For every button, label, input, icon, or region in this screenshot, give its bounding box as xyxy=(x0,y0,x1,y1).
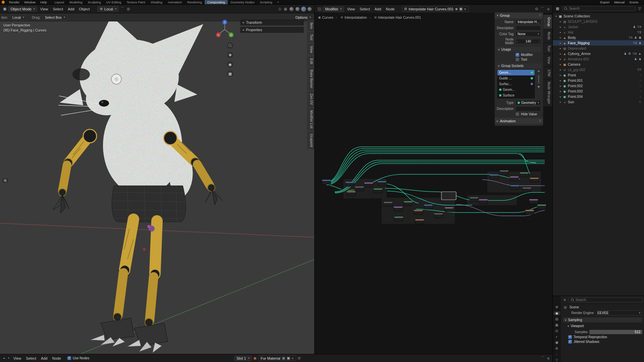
drag-mode-dropdown[interactable]: Select Box xyxy=(43,15,67,20)
graph-node-active[interactable] xyxy=(441,192,456,200)
expander-icon[interactable]: ▸ xyxy=(558,95,562,98)
viewport-menu-view[interactable]: View xyxy=(38,7,51,11)
transform-panel-collapsed[interactable]: Transform xyxy=(240,19,304,25)
node-sidebar-tab-group[interactable]: Group xyxy=(543,15,552,29)
pin-icon[interactable]: ⊙ xyxy=(297,356,302,360)
breadcrumb-item[interactable]: ⚙Interpolatation xyxy=(333,15,367,19)
workspace-tab-uv-editing[interactable]: UV Editing xyxy=(104,0,124,4)
blender-logo-icon[interactable] xyxy=(2,1,5,4)
expander-icon[interactable]: ▸ xyxy=(558,68,562,71)
socket-scrollbar[interactable] xyxy=(538,75,539,83)
group-socket-guide-[interactable]: Guide ... xyxy=(497,75,535,81)
outliner-row-point-003[interactable]: ▸◉Point.003◌ xyxy=(553,88,644,94)
fake-user-icon[interactable]: ◈ xyxy=(455,7,458,11)
use-nodes-option[interactable]: Use Nodes xyxy=(67,356,89,360)
workspace-tab-compositing[interactable]: Compositing xyxy=(205,0,228,4)
group-sockets-header[interactable]: Group Sockets xyxy=(496,63,541,68)
filter-icon[interactable]: ▽ xyxy=(637,6,642,11)
checkbox[interactable] xyxy=(516,58,519,61)
pin-icon[interactable]: ⊙ xyxy=(534,7,539,11)
search-input[interactable] xyxy=(569,7,633,10)
viewport-tab-item[interactable]: Item xyxy=(307,20,314,31)
checkbox[interactable] xyxy=(568,335,572,339)
grid-toggle-icon[interactable]: ▦ xyxy=(227,70,233,77)
orientation-dropdown[interactable]: ⊕ Local xyxy=(97,6,119,12)
expander-icon[interactable]: ▸ xyxy=(558,74,562,77)
render-engine-dropdown[interactable]: EEVEE xyxy=(595,310,642,315)
sampling-section-header[interactable]: Sampling xyxy=(563,317,642,322)
outliner-row-point-004[interactable]: ▸◉Point.004◌ xyxy=(553,94,644,99)
radio-icon[interactable]: ◌ xyxy=(640,79,641,82)
checkbox[interactable] xyxy=(568,340,572,344)
expander-icon[interactable]: ▸ xyxy=(558,31,562,34)
topbar-item-manual[interactable]: Manual xyxy=(612,0,627,4)
node-sidebar-tab-view[interactable]: View xyxy=(543,54,552,66)
nabla-icon[interactable]: ▽4 xyxy=(633,52,637,55)
radio-icon[interactable]: ◌ xyxy=(640,73,641,77)
workspace-tab-shading[interactable]: Shading xyxy=(148,0,165,4)
properties-panel-collapsed[interactable]: Properties xyxy=(240,27,304,33)
shader-menu-view[interactable]: View xyxy=(11,356,24,360)
person-icon[interactable]: ♟ xyxy=(639,57,641,61)
node-tree-name-field[interactable]: ⊞ Interpolate Hair Curves.001 ◈ ▣ × xyxy=(402,6,469,12)
editor-type-icon[interactable]: ▣ xyxy=(2,7,7,11)
outliner-row-cs-grp-002[interactable]: ▸⊕cs_grp.002▽7 xyxy=(553,67,644,72)
group-socket-geom-[interactable]: Geom... xyxy=(497,70,535,75)
outliner-row-armature-001[interactable]: ▸♟Armature.001♟♟ xyxy=(553,56,644,62)
person-icon[interactable]: ♟ xyxy=(634,36,637,39)
workspace-tab-sculpting[interactable]: Sculpting xyxy=(85,0,104,4)
samples-slider[interactable]: 512 xyxy=(589,330,642,334)
outliner-row-sculpt-layers[interactable]: ▸▦SCULPT_LAYERS xyxy=(553,19,644,24)
node-tree-type-dropdown[interactable]: Modifier xyxy=(323,6,344,12)
expander-icon[interactable]: ▸ xyxy=(558,36,562,39)
editor-type-icon[interactable]: ≡ xyxy=(563,298,567,302)
shader-menu-node[interactable]: Node xyxy=(50,356,63,360)
properties-tab-scene[interactable]: ◎ xyxy=(553,329,560,333)
socket-type-dropdown[interactable]: Geometry xyxy=(516,100,541,105)
sun-icon[interactable]: ☼ xyxy=(639,100,641,104)
shading-solid-button[interactable] xyxy=(296,7,300,11)
add-workspace-button[interactable]: + xyxy=(275,0,282,4)
outliner-row-scene-collection[interactable]: ▾▦Scene Collection xyxy=(553,13,644,19)
outliner-row-point-001[interactable]: ▸◉Point.001◌ xyxy=(553,78,644,83)
properties-tab-view-layer[interactable]: ▦ xyxy=(553,323,560,327)
panel-grip-icon[interactable]: ⠿ xyxy=(539,13,541,17)
radio-icon[interactable]: ◌ xyxy=(640,89,641,93)
expander-icon[interactable]: ▸ xyxy=(558,84,562,87)
usage-section-header[interactable]: Usage xyxy=(496,47,541,52)
radio-icon[interactable]: ◌ xyxy=(640,95,641,98)
node-sidebar-tab-tool[interactable]: Tool xyxy=(543,43,552,54)
proportional-editing-icon[interactable]: ◎ xyxy=(126,7,131,11)
gizmos-toggle-icon[interactable]: ◇ xyxy=(277,7,282,11)
viewport-tab-view[interactable]: View xyxy=(307,44,314,56)
unlink-icon[interactable]: × xyxy=(464,7,466,11)
node-sidebar-tab-stm[interactable]: STM xyxy=(543,67,552,79)
outliner-row-camera[interactable]: ▸▣Camera xyxy=(553,62,644,67)
overlay-menu-icon[interactable]: ≡ xyxy=(546,7,550,11)
node-width-stepper[interactable]: 140 xyxy=(516,39,541,44)
outliner-row-hat[interactable]: ▸▲Hat▽2 xyxy=(553,29,644,35)
snapping-icon[interactable]: ⌒ xyxy=(540,6,546,11)
properties-tab-data[interactable]: ▽ xyxy=(553,358,560,362)
add-socket-button[interactable]: + xyxy=(536,69,541,74)
pan-hand-icon[interactable]: ✥ xyxy=(227,52,233,58)
workspace-tab-modeling[interactable]: Modeling xyxy=(67,0,85,4)
group-panel-header[interactable]: Group ⠿ xyxy=(495,12,543,18)
menu-help[interactable]: Help xyxy=(38,0,49,4)
expander-icon[interactable]: ▸ xyxy=(558,20,562,23)
tool-orientation-dropdown[interactable]: Local xyxy=(10,15,26,20)
viewport-menu-object[interactable]: Object xyxy=(77,7,92,11)
animation-panel-header[interactable]: Animation ⠿ xyxy=(495,118,543,124)
shader-menu-select[interactable]: Select xyxy=(23,356,39,360)
shading-material-button[interactable] xyxy=(302,7,306,11)
checkbox[interactable] xyxy=(516,53,519,57)
viewport-tab-bake-namer[interactable]: Bake Namer xyxy=(307,67,314,91)
expander-icon[interactable]: ▸ xyxy=(558,90,562,93)
node-menu-view[interactable]: View xyxy=(345,7,358,11)
geometry-node-editor[interactable]: ◫ Modifier ViewSelectAddNode ⊞ Interpola… xyxy=(314,5,552,354)
annotation-widget-icon[interactable]: ⊞ xyxy=(3,178,8,183)
nabla-icon[interactable]: ▽4 xyxy=(637,25,641,28)
expander-icon[interactable]: ▸ xyxy=(558,25,562,28)
expander-icon[interactable]: ▸ xyxy=(558,42,562,45)
workspace-tab-animation[interactable]: Animation xyxy=(165,0,184,4)
